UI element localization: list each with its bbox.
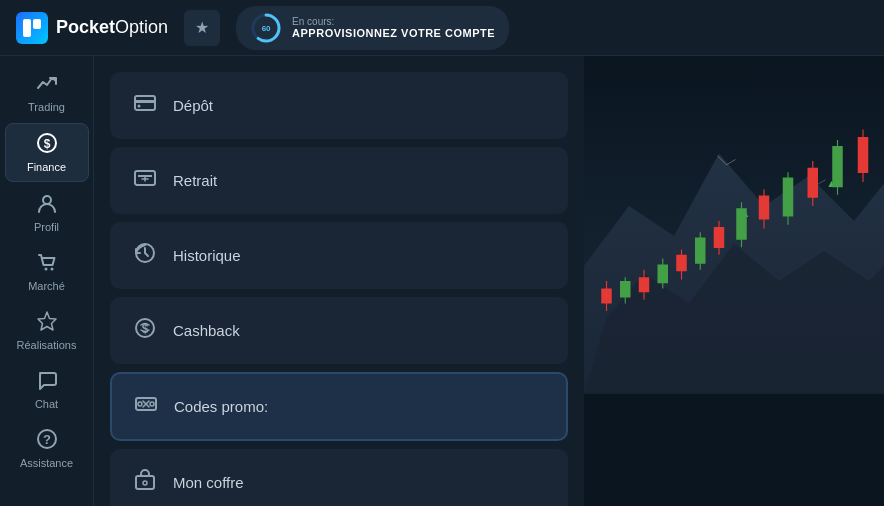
sidebar-label-trading: Trading [28,101,65,113]
sidebar-item-profil[interactable]: Profil [5,184,89,241]
svg-rect-0 [23,19,31,37]
svg-rect-49 [759,196,770,220]
svg-point-6 [43,196,51,204]
sidebar-item-realisations[interactable]: Réalisations [5,302,89,359]
finance-icon: $ [36,132,58,157]
progress-circle: 60 [250,12,282,44]
svg-point-7 [44,268,47,271]
sidebar-item-assistance[interactable]: ? Assistance [5,420,89,477]
progress-percent: 60 [262,23,271,32]
profil-icon [36,192,58,217]
marche-icon [36,251,58,276]
menu-item-codes-promo[interactable]: Codes promo: [110,372,568,441]
realisations-icon [36,310,58,335]
logo-text: PocketOption [56,17,168,38]
menu-item-cashback[interactable]: $ Cashback [110,297,568,364]
progress-label: En cours: APPROVISIONNEZ VOTRE COMPTE [292,16,495,39]
codes-promo-icon [132,392,160,421]
main-layout: Trading $ Finance Profil [0,56,884,506]
menu-item-retrait[interactable]: Retrait [110,147,568,214]
svg-rect-45 [714,227,725,248]
svg-rect-25 [136,476,154,489]
cashback-label: Cashback [173,322,240,339]
mon-coffre-icon [131,468,159,497]
menu-item-depot[interactable]: Dépôt [110,72,568,139]
sidebar-item-trading[interactable]: Trading [5,64,89,121]
trading-icon [36,72,58,97]
svg-rect-43 [695,238,706,264]
menu-item-historique[interactable]: Historique [110,222,568,289]
mon-coffre-label: Mon coffre [173,474,244,491]
content-area: Dépôt Retrait [94,56,884,506]
retrait-icon [131,166,159,195]
svg-rect-51 [783,178,794,217]
sidebar-label-chat: Chat [35,398,58,410]
chat-icon [36,369,58,394]
svg-point-8 [50,268,53,271]
svg-rect-55 [832,146,843,187]
progress-label-top: En cours: [292,16,495,27]
svg-rect-13 [135,100,155,103]
svg-rect-53 [808,168,819,198]
depot-label: Dépôt [173,97,213,114]
sidebar-label-assistance: Assistance [20,457,73,469]
sidebar-label-profil: Profil [34,221,59,233]
sidebar-item-finance[interactable]: $ Finance [5,123,89,182]
logo-area: PocketOption [16,12,168,44]
svg-point-14 [138,105,141,108]
historique-label: Historique [173,247,241,264]
svg-rect-39 [658,265,669,284]
chart-area: ▲ ▲ [584,56,884,506]
finance-panel: Dépôt Retrait [94,56,584,506]
svg-marker-9 [38,312,56,330]
svg-point-26 [143,481,147,485]
svg-rect-47 [736,208,747,240]
svg-rect-37 [639,277,650,292]
sidebar-label-realisations: Réalisations [17,339,77,351]
codes-promo-label: Codes promo: [174,398,268,415]
svg-rect-57 [858,137,869,173]
star-button[interactable]: ★ [184,10,220,46]
sidebar-label-finance: Finance [27,161,66,173]
cashback-icon: $ [131,316,159,345]
progress-badge[interactable]: 60 En cours: APPROVISIONNEZ VOTRE COMPTE [236,6,509,50]
star-icon: ★ [195,18,209,37]
svg-rect-33 [601,289,612,304]
assistance-icon: ? [36,428,58,453]
svg-text:?: ? [43,432,51,447]
depot-icon [131,91,159,120]
header: PocketOption ★ 60 En cours: APPROVISIONN… [0,0,884,56]
historique-icon [131,241,159,270]
svg-point-21 [138,402,142,406]
svg-rect-41 [676,255,687,272]
progress-label-bottom: APPROVISIONNEZ VOTRE COMPTE [292,27,495,39]
retrait-label: Retrait [173,172,217,189]
menu-item-mon-coffre[interactable]: Mon coffre [110,449,568,506]
svg-point-22 [150,402,154,406]
sidebar-item-chat[interactable]: Chat [5,361,89,418]
logo-icon [16,12,48,44]
sidebar-item-marche[interactable]: Marché [5,243,89,300]
sidebar-label-marche: Marché [28,280,65,292]
sidebar: Trading $ Finance Profil [0,56,94,506]
candlestick-chart: ▲ ▲ [584,56,884,394]
svg-text:$: $ [43,137,50,151]
svg-rect-35 [620,281,631,298]
svg-rect-1 [33,19,41,29]
